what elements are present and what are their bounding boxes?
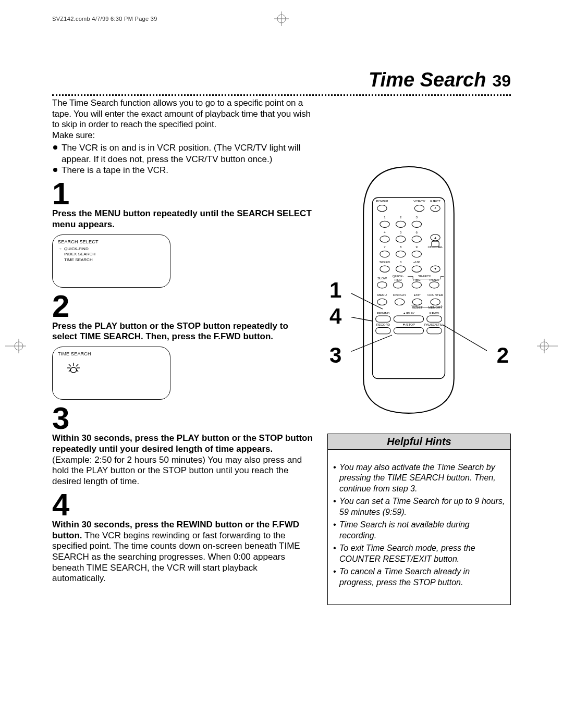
svg-point-41 [380, 251, 389, 257]
svg-text:7: 7 [384, 245, 386, 249]
svg-point-35 [380, 236, 389, 242]
svg-rect-83 [427, 316, 442, 322]
svg-text:▲: ▲ [434, 206, 437, 209]
svg-point-65 [412, 282, 421, 288]
svg-point-33 [412, 221, 421, 227]
svg-text:EXIT: EXIT [414, 293, 421, 297]
osd-screen: TIME SEARCH [52, 347, 170, 400]
svg-text:INDEX: INDEX [430, 278, 439, 281]
sun-burst-icon [64, 361, 83, 375]
intro-text: The Time Search function allows you to g… [52, 98, 311, 129]
svg-point-47 [396, 266, 405, 272]
svg-point-71 [395, 299, 404, 305]
svg-rect-85 [376, 327, 391, 334]
step-continuation: (Example: 2:50 for 2 hours 50 minutes) Y… [52, 455, 302, 486]
svg-line-12 [69, 364, 71, 366]
step-number: 1 [52, 178, 313, 209]
svg-text:F.FWD: F.FWD [430, 311, 439, 315]
hint-item: Time Search is not available during reco… [333, 520, 505, 541]
prereq-item: The VCR is on and is in VCR position. (T… [52, 142, 313, 165]
svg-point-22 [377, 205, 387, 212]
svg-text:POWER: POWER [376, 199, 388, 203]
svg-text:RESET: RESET [412, 305, 423, 309]
svg-point-29 [380, 221, 389, 227]
step-number: 2 [52, 291, 313, 322]
svg-point-39 [412, 236, 421, 242]
svg-text:1: 1 [384, 215, 386, 219]
hint-item: You can set a Time Search for up to 9 ho… [333, 496, 505, 517]
svg-text:COUNTER: COUNTER [427, 293, 444, 297]
svg-text:MENU: MENU [377, 293, 387, 297]
svg-point-73 [412, 299, 422, 305]
registration-mark-icon [274, 11, 289, 26]
svg-text:6: 6 [416, 230, 418, 234]
prereq-item: There is a tape in the VCR. [52, 165, 313, 176]
svg-text:MEMORY: MEMORY [428, 305, 442, 309]
svg-text:▼: ▼ [434, 267, 437, 270]
svg-text:FIND: FIND [394, 278, 402, 281]
osd-option: INDEX SEARCH [58, 252, 165, 257]
registration-mark-icon [537, 339, 558, 353]
svg-text:EJECT: EJECT [430, 199, 440, 203]
svg-rect-54 [432, 241, 439, 246]
svg-text:+100: +100 [413, 260, 420, 264]
osd-option: TIME SEARCH [58, 257, 165, 263]
callout-number: 2 [497, 343, 509, 368]
hint-item: To exit Time Search mode, press the COUN… [333, 543, 505, 564]
svg-point-69 [377, 299, 387, 305]
svg-text:▼/STOP: ▼/STOP [402, 323, 415, 326]
svg-text:4: 4 [384, 230, 386, 234]
svg-text:VCR/TV: VCR/TV [413, 199, 425, 203]
svg-point-16 [70, 367, 77, 373]
step-instruction: Press the PLAY button or the STOP button… [52, 321, 288, 342]
svg-text:TIME: TIME [413, 278, 421, 281]
svg-point-61 [393, 282, 402, 288]
page-number: 39 [492, 71, 511, 91]
osd-title: TIME SEARCH [58, 351, 165, 356]
remote-diagram: POWER VCR/TV EJECT▲ 1 2 3 4 5 6 7 8 9 [351, 166, 466, 416]
svg-text:DISPLAY: DISPLAY [393, 293, 406, 297]
osd-title: SEARCH SELECT [58, 239, 165, 244]
svg-text:REWIND: REWIND [377, 311, 390, 315]
helpful-hints-box: Helpful Hints You may also activate the … [327, 434, 511, 605]
svg-point-77 [431, 299, 440, 305]
step-number: 3 [52, 403, 313, 434]
svg-text:SPEED: SPEED [380, 260, 390, 264]
callout-number: 3 [329, 343, 341, 368]
svg-point-49 [412, 266, 421, 272]
step-number: 4 [52, 489, 313, 521]
svg-rect-81 [394, 316, 423, 322]
svg-point-67 [430, 282, 439, 288]
svg-rect-87 [394, 327, 423, 334]
svg-line-13 [76, 364, 78, 366]
svg-text:8: 8 [400, 245, 402, 249]
callout-number: 4 [329, 304, 341, 329]
step-instruction: Within 30 seconds, press the PLAY button… [52, 433, 313, 454]
svg-text:SLOW: SLOW [377, 276, 387, 280]
svg-rect-89 [427, 327, 442, 334]
osd-option: QUICK-FIND [58, 246, 165, 252]
svg-point-24 [414, 205, 424, 212]
step-continuation: The VCR begins rewinding or fast forward… [52, 530, 300, 584]
svg-text:▲/PLAY: ▲/PLAY [403, 311, 415, 315]
svg-text:▲: ▲ [434, 236, 437, 239]
svg-text:5: 5 [400, 230, 402, 234]
svg-point-45 [412, 251, 421, 257]
svg-point-37 [396, 236, 405, 242]
hint-item: To cancel a Time Search already in progr… [333, 566, 505, 588]
svg-text:0: 0 [400, 260, 402, 264]
svg-point-43 [396, 251, 405, 257]
svg-text:2: 2 [400, 215, 402, 219]
page-title: Time Search [369, 69, 486, 91]
makesure-label: Make sure: [52, 130, 95, 140]
svg-text:PAUSE/STILL: PAUSE/STILL [424, 323, 445, 326]
callout-number: 1 [329, 278, 341, 303]
svg-point-31 [396, 221, 405, 227]
svg-text:9: 9 [416, 245, 418, 249]
svg-text:3: 3 [416, 215, 418, 219]
hint-item: You may also activate the Time Search by… [333, 462, 505, 494]
hints-title: Helpful Hints [328, 434, 510, 450]
svg-text:RECORD: RECORD [376, 323, 390, 326]
osd-screen: SEARCH SELECT QUICK-FIND INDEX SEARCH TI… [52, 235, 170, 288]
dotted-rule [52, 94, 511, 96]
